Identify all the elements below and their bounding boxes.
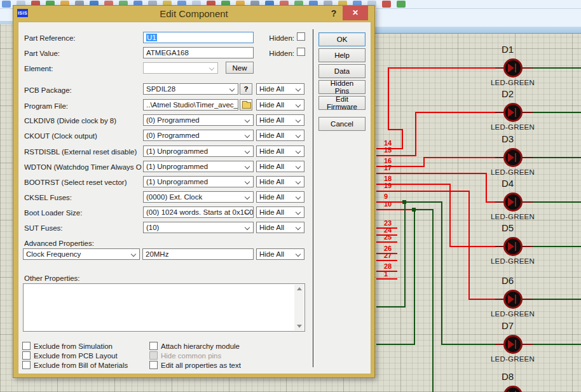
wdton-visibility-combo[interactable]: Hide All [256, 161, 304, 172]
wire-green[interactable] [533, 157, 581, 158]
rstdisbl-combo[interactable]: (1) Unprogrammed [143, 145, 254, 157]
editor-top-panel [375, 8, 581, 27]
wire-green[interactable] [441, 201, 442, 345]
scroll-down-icon[interactable] [297, 325, 302, 328]
wire-red[interactable] [388, 67, 496, 69]
part-reference-hidden-checkbox[interactable] [297, 32, 305, 41]
led-D7[interactable] [503, 335, 523, 354]
junction-dot [412, 208, 416, 212]
led-D5[interactable] [503, 237, 523, 256]
wire-green[interactable] [414, 209, 415, 345]
led-D6[interactable] [503, 290, 523, 309]
wire-green[interactable] [414, 209, 434, 210]
exclude-bom-checkbox[interactable] [22, 361, 31, 369]
led-D2[interactable] [503, 103, 523, 122]
ckout-combo[interactable]: (0) Programmed [143, 130, 254, 141]
wire-red[interactable] [376, 173, 487, 174]
cksel-visibility-combo[interactable]: Hide All [256, 191, 304, 203]
wire-green[interactable] [441, 344, 496, 345]
bootloader-visibility-combo[interactable]: Hide All [256, 206, 304, 218]
wire-green[interactable] [533, 67, 581, 69]
wire-green[interactable] [533, 299, 581, 300]
attach-hierarchy-checkbox[interactable] [149, 342, 158, 350]
clkdiv8-combo[interactable]: (0) Programmed [143, 114, 254, 126]
edit-properties-text-checkbox[interactable] [149, 361, 158, 369]
wdton-combo[interactable]: (1) Unprogrammed [143, 161, 254, 172]
led-D3[interactable] [503, 148, 523, 167]
hidden-pins-button[interactable]: Hidden Pins [318, 80, 366, 94]
ok-button[interactable]: OK [318, 32, 366, 46]
wire-red[interactable] [423, 157, 496, 158]
advanced-property-combo[interactable]: Clock Frequency [23, 248, 140, 260]
advanced-property-value-input[interactable]: 20MHz [142, 248, 254, 260]
toolbar-icon-fragment[interactable] [2, 1, 11, 8]
part-reference-input[interactable]: U1 [143, 32, 254, 43]
bootrst-visibility-combo[interactable]: Hide All [256, 176, 304, 187]
wire-green[interactable] [533, 112, 581, 113]
wire-red[interactable] [388, 67, 389, 130]
program-file-input[interactable]: ..\Atmel Studio\Timer_avec_qu [143, 99, 238, 111]
other-properties-textarea[interactable] [23, 283, 305, 332]
scroll-up-icon[interactable] [297, 287, 302, 290]
exclude-pcb-checkbox[interactable] [22, 351, 31, 360]
wire-red[interactable] [449, 184, 451, 247]
ckout-visibility-combo[interactable]: Hide All [256, 130, 304, 141]
wire-red[interactable] [376, 191, 470, 192]
browse-file-button[interactable] [240, 99, 252, 111]
new-element-button[interactable]: New [226, 62, 254, 74]
wire-green[interactable] [404, 201, 406, 308]
pcb-package-help-button[interactable]: ? [240, 83, 252, 95]
toolbar-icon-fragment[interactable] [382, 1, 391, 8]
wire-red[interactable] [415, 112, 416, 156]
led-D1[interactable] [503, 58, 523, 78]
wire-green[interactable] [376, 344, 415, 345]
wire-red[interactable] [486, 173, 487, 203]
pcb-package-combo[interactable]: SPDIL28 [143, 83, 238, 95]
wire-red[interactable] [402, 129, 403, 149]
exclude-simulation-checkbox[interactable] [22, 342, 31, 350]
clkdiv8-visibility-combo[interactable]: Hide All [256, 114, 304, 126]
part-value-input[interactable]: ATMEGA168 [143, 47, 254, 58]
advanced-visibility-combo[interactable]: Hide All [256, 248, 304, 260]
toolbar-icon-fragment[interactable] [397, 1, 406, 8]
wire-red[interactable] [468, 299, 496, 300]
pcb-package-visibility-combo[interactable]: Hide All [256, 83, 304, 95]
wire-red[interactable] [388, 129, 403, 130]
wire-red[interactable] [449, 246, 496, 247]
sut-combo[interactable]: (10) [143, 222, 254, 233]
wire-red[interactable] [415, 112, 496, 113]
part-value-hidden-checkbox[interactable] [297, 48, 305, 56]
data-button[interactable]: Data [318, 64, 366, 78]
help-button[interactable]: Help [318, 48, 366, 62]
wire-green[interactable] [533, 344, 581, 345]
cksel-combo[interactable]: (0000) Ext. Clock [143, 191, 254, 203]
dialog-titlebar[interactable]: ISIS Edit Component ? ✕ [13, 6, 374, 22]
bootrst-combo[interactable]: (1) Unprogrammed [143, 176, 254, 187]
wire-red[interactable] [376, 278, 397, 280]
wire-green[interactable] [432, 209, 434, 392]
edit-firmware-button[interactable]: Edit Firmware [318, 96, 366, 110]
wire-green[interactable] [533, 246, 581, 247]
help-icon[interactable]: ? [327, 6, 340, 21]
wire-green[interactable] [404, 201, 442, 203]
led-part-label: LED-GREEN [491, 213, 535, 220]
wire-red[interactable] [468, 191, 470, 300]
led-ref-label: D7 [502, 320, 514, 331]
rstdisbl-visibility-combo[interactable]: Hide All [256, 145, 304, 157]
led-D4[interactable] [503, 193, 523, 212]
wire-red[interactable] [376, 209, 414, 210]
wire-red[interactable] [423, 157, 425, 167]
program-file-visibility-combo[interactable]: Hide All [256, 99, 304, 111]
led-terminal [495, 299, 504, 300]
sut-visibility-combo[interactable]: Hide All [256, 222, 304, 233]
led-D8[interactable] [503, 386, 523, 392]
wire-red[interactable] [376, 155, 416, 156]
textarea-scrollbar[interactable] [294, 285, 304, 330]
wire-red[interactable] [376, 260, 397, 261]
wire-green[interactable] [376, 306, 406, 308]
close-icon[interactable]: ✕ [343, 6, 368, 20]
cancel-button[interactable]: Cancel [318, 117, 366, 131]
wire-green[interactable] [533, 201, 581, 203]
bootloader-combo[interactable]: (00) 1024 words. Starts at 0x1C0 [143, 206, 254, 218]
wire-red[interactable] [376, 241, 397, 243]
